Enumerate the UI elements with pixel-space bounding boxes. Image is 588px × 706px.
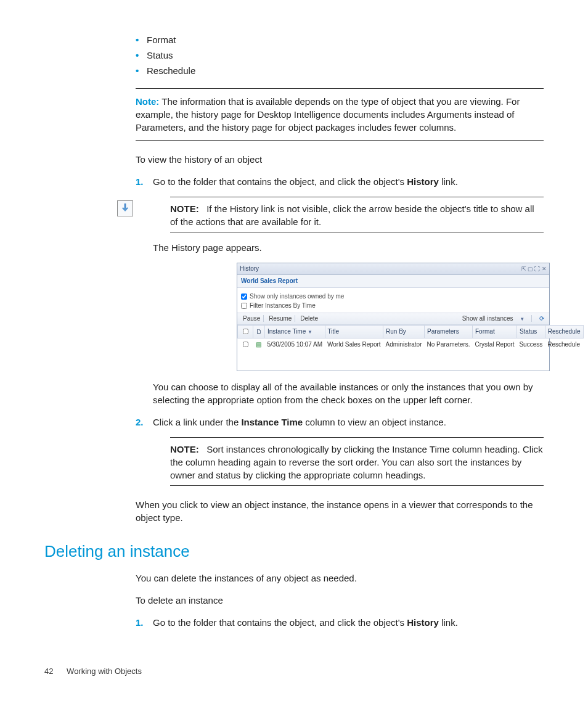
delete-steps-list: Go to the folder that contains the objec… xyxy=(136,616,544,629)
col-format[interactable]: Format xyxy=(473,326,517,339)
select-all-checkbox[interactable] xyxy=(243,329,248,334)
pin-icon[interactable]: ⇱ xyxy=(521,266,526,272)
col-title[interactable]: Title xyxy=(325,326,383,339)
note-text: The information that is available depend… xyxy=(136,96,520,133)
step-item: Go to the folder that contains the objec… xyxy=(136,175,544,406)
step-item: Click a link under the Instance Time col… xyxy=(136,416,544,486)
bullet-list: Format Status Reschedule xyxy=(136,33,544,77)
choose-display-text: You can choose to display all of the ava… xyxy=(153,380,544,406)
cell-runby: Administrator xyxy=(383,339,425,351)
history-table: 🗋 Instance Time ▼ Title Run By Parameter… xyxy=(237,325,584,371)
step-item: Go to the folder that contains the objec… xyxy=(136,616,544,629)
bullet-item: Status xyxy=(136,49,544,62)
viewer-paragraph: When you click to view an object instanc… xyxy=(136,498,544,524)
step-text-post: link. xyxy=(439,617,458,628)
note-label: NOTE: xyxy=(170,203,199,214)
col-label: Instance Time xyxy=(267,328,306,335)
note-block: NOTE: If the History link is not visible… xyxy=(170,197,544,232)
panel-title: History xyxy=(240,265,259,273)
filter-time-checkbox[interactable]: Filter Instances By Time xyxy=(241,302,545,310)
divider xyxy=(170,437,544,438)
panel-titlebar: History ⇱ ▢ ⛶ ✕ xyxy=(237,263,549,275)
delete-button[interactable]: Delete xyxy=(297,315,321,322)
minimize-icon[interactable]: ▢ xyxy=(528,266,533,272)
row-checkbox[interactable] xyxy=(243,342,248,347)
col-checkbox[interactable] xyxy=(238,326,253,339)
filter-area: Show only instances owned by me Filter I… xyxy=(237,288,549,313)
note-block: NOTE: Sort instances chronologically by … xyxy=(170,437,544,486)
intro-text: To view the history of an object xyxy=(136,153,544,166)
col-params[interactable]: Parameters xyxy=(424,326,472,339)
col-icon: 🗋 xyxy=(253,326,265,339)
history-appears: The History page appears. xyxy=(153,241,544,254)
note-text: If the History link is not visible, clic… xyxy=(170,203,534,227)
step-text-pre: Click a link under the xyxy=(153,417,241,427)
reschedule-link[interactable]: Reschedule xyxy=(545,339,583,351)
note-label: NOTE: xyxy=(170,444,199,454)
maximize-icon[interactable]: ⛶ xyxy=(534,266,540,272)
resume-button[interactable]: Resume xyxy=(266,315,295,322)
steps-list: Go to the folder that contains the objec… xyxy=(136,175,544,486)
step-text-post: column to view an object instance. xyxy=(303,417,446,427)
step-bold: History xyxy=(407,617,439,628)
note-label: Note: xyxy=(136,96,159,107)
window-controls[interactable]: ⇱ ▢ ⛶ ✕ xyxy=(521,266,547,272)
history-panel-screenshot: History ⇱ ▢ ⛶ ✕ World Sales Report Show … xyxy=(237,263,550,371)
checkbox[interactable] xyxy=(241,303,247,309)
cell-format: Crystal Report xyxy=(473,339,517,351)
col-resched[interactable]: Reschedule xyxy=(545,326,583,339)
page-number: 42 xyxy=(44,667,53,676)
cell-title: World Sales Report xyxy=(325,339,383,351)
divider xyxy=(170,485,544,486)
show-all-dropdown[interactable]: Show all instances ▼ xyxy=(457,315,530,322)
step-bold: History xyxy=(407,176,439,187)
delete-to: To delete an instance xyxy=(136,594,544,607)
header-row: 🗋 Instance Time ▼ Title Run By Parameter… xyxy=(238,326,584,339)
bullet-item: Reschedule xyxy=(136,64,544,77)
step-text-post: link. xyxy=(439,176,458,187)
step-bold: Instance Time xyxy=(241,417,303,427)
col-status[interactable]: Status xyxy=(517,326,545,339)
cell-params: No Parameters. xyxy=(424,339,472,351)
dropdown-label: Show all instances xyxy=(460,315,516,322)
section-heading: Deleting an instance xyxy=(44,540,544,562)
panel-subtitle: World Sales Report xyxy=(237,275,549,288)
refresh-icon[interactable]: ⟳ xyxy=(537,315,547,322)
divider xyxy=(170,232,544,232)
step-text-pre: Go to the folder that contains the objec… xyxy=(153,176,407,187)
toolbar: Pause Resume Delete Show all instances ▼… xyxy=(237,313,549,325)
bullet-item: Format xyxy=(136,33,544,46)
divider xyxy=(170,197,544,197)
checkbox[interactable] xyxy=(241,293,247,300)
col-instance-time[interactable]: Instance Time ▼ xyxy=(265,326,325,339)
report-icon: ▤ xyxy=(253,339,265,351)
close-icon[interactable]: ✕ xyxy=(541,266,547,272)
delete-intro: You can delete the instances of any obje… xyxy=(136,572,544,585)
divider xyxy=(136,88,544,89)
instance-time-link[interactable]: 5/30/2005 10:07 AM xyxy=(265,339,325,351)
filter-owned-checkbox[interactable]: Show only instances owned by me xyxy=(241,292,545,301)
divider xyxy=(531,315,537,322)
divider xyxy=(136,140,544,141)
checkbox-label: Show only instances owned by me xyxy=(250,293,344,300)
note-paragraph: Note: The information that is available … xyxy=(136,95,544,134)
col-runby[interactable]: Run By xyxy=(383,326,425,339)
checkbox-label: Filter Instances By Time xyxy=(250,302,316,309)
table-row: ▤ 5/30/2005 10:07 AM World Sales Report … xyxy=(238,339,584,351)
arrow-down-icon xyxy=(117,200,133,216)
page-footer: 42 Working with Objects xyxy=(44,666,544,677)
status-link[interactable]: Success xyxy=(517,339,545,351)
note-text: Sort instances chronologically by clicki… xyxy=(170,444,542,480)
sort-desc-icon: ▼ xyxy=(308,329,312,335)
pause-button[interactable]: Pause xyxy=(240,315,264,322)
step-text-pre: Go to the folder that contains the objec… xyxy=(153,617,407,628)
chapter-title: Working with Objects xyxy=(67,667,142,676)
chevron-down-icon: ▼ xyxy=(517,316,527,322)
